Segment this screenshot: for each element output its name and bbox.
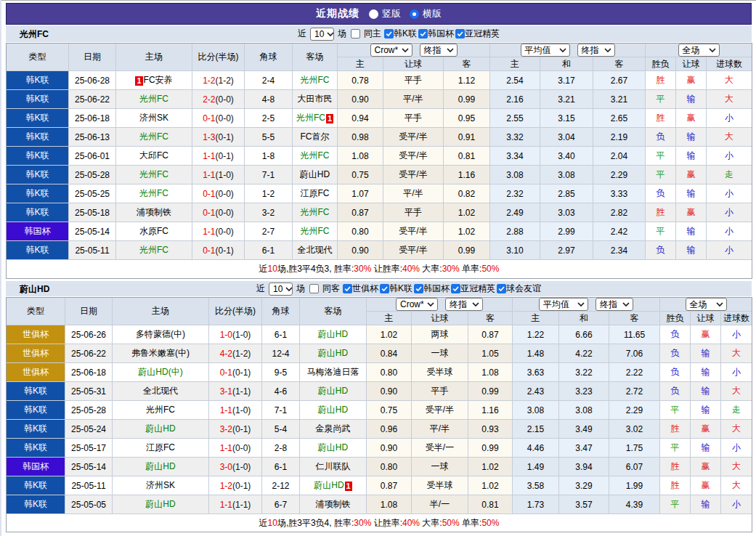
column-header-5: 客场 [293, 44, 338, 71]
odds-away-cell: 1.02 [468, 458, 513, 476]
radio-checked-icon[interactable] [410, 9, 419, 19]
goals-result-cell-value: 小 [732, 329, 741, 339]
average-away-cell: 2.04 [593, 147, 646, 166]
competition-type-cell: 韩K联 [7, 439, 65, 458]
corners-cell: 7-1 [245, 166, 293, 184]
outcome-cell-value: 胜 [671, 461, 680, 471]
competition-checkbox-2[interactable] [414, 284, 423, 293]
recent-label: 近 [256, 283, 265, 295]
games-count-select[interactable]: 10 [269, 283, 293, 296]
average-home-cell: 2.88 [490, 222, 540, 241]
outcome-cell-value: 胜 [671, 480, 680, 490]
score-cell: 1-1(1-1) [209, 495, 262, 514]
view-mode-vertical[interactable]: 竖版 [369, 7, 401, 20]
same-venue-label: 同主 [364, 28, 381, 40]
half-time-score: (1-1) [232, 500, 251, 510]
outcome-cell-value: 负 [671, 367, 680, 377]
competition-label-3[interactable]: 亚冠精英 [460, 283, 495, 295]
competition-type-cell: 世俱杯 [7, 344, 65, 363]
odds-home-cell: 0.98 [338, 128, 383, 147]
full-time-score: 1-1 [220, 405, 232, 415]
average-select-value: 平均值 [543, 299, 569, 310]
subcolumn-header-8: 进球数 [707, 57, 752, 71]
average-stage-select[interactable]: 终指 [577, 44, 615, 57]
score-cell: 1-1(1-0) [209, 401, 262, 420]
home-team-cell-name: 蔚山HD [145, 499, 175, 509]
competition-label-4[interactable]: 球会友谊 [506, 283, 541, 295]
home-team-cell-name: 弗鲁米嫩塞(中) [131, 348, 190, 358]
score-cell: 3-2(0-1) [209, 420, 262, 439]
result-scope-select[interactable]: 全场 [678, 44, 720, 57]
away-team-cell: 金泉尚武 [300, 420, 367, 439]
competition-checkbox-3[interactable] [451, 284, 460, 293]
odds-away-cell: 1.02 [444, 203, 490, 222]
column-header-3: 比分(半场) [192, 44, 245, 71]
competition-checkbox-0[interactable] [343, 284, 352, 293]
average-select[interactable]: 平均值 [539, 298, 588, 311]
chevron-down-icon [604, 48, 611, 52]
column-header-0: 类型 [7, 44, 69, 71]
same-venue-checkbox[interactable] [309, 284, 319, 293]
games-count-select[interactable]: 10 [310, 28, 334, 41]
home-team-cell-name: 光州FC [139, 188, 168, 198]
competition-checkbox-0[interactable] [384, 29, 394, 38]
result-scope-select[interactable]: 全场 [686, 298, 727, 311]
competition-checkbox-2[interactable] [455, 29, 465, 38]
summary-row: 近10场,胜3平4负3, 胜率:30% 让胜率:40% 大率:30% 单率:50… [7, 260, 752, 278]
handicap-result-cell: 输 [676, 222, 707, 241]
handicap-result-cell: 输 [691, 495, 721, 514]
bookmaker-select[interactable]: Crow* [370, 44, 412, 57]
handicap-result-cell: 输 [676, 128, 707, 147]
competition-label-1[interactable]: 韩国杯 [428, 28, 454, 40]
average-home-cell: 3.08 [490, 166, 540, 184]
same-venue-checkbox[interactable] [351, 29, 360, 38]
away-team-cell-name: 光州FC [296, 113, 325, 123]
odds-away-cell: 0.87 [468, 325, 513, 344]
competition-label-1[interactable]: 韩K联 [389, 283, 412, 295]
match-row: 世俱杯25-06-26多特蒙德(中)1-0(1-0)6-1蔚山HD1.02两球0… [7, 325, 752, 344]
competition-label-2[interactable]: 韩国杯 [423, 283, 450, 295]
average-selects: 平均值终指 [513, 298, 659, 311]
check-icon [344, 285, 351, 293]
outcome-cell: 胜 [660, 476, 691, 495]
radio-unchecked-icon[interactable] [369, 9, 378, 19]
odds-stage-select[interactable]: 终指 [420, 44, 458, 57]
competition-checkbox-1[interactable] [380, 284, 389, 293]
view-mode-horizontal[interactable]: 横版 [410, 7, 442, 20]
odds-away-cell: 0.91 [444, 128, 490, 147]
average-away-cell: 3.02 [609, 420, 660, 439]
odds-handicap-cell: 受半球 [412, 476, 468, 495]
average-home-cell: 2.16 [490, 90, 540, 109]
recent-results-panel: 近期战绩 竖版 横版 光州FC近10场同主韩K联韩国杯亚冠精英 类型日期主场比分… [0, 0, 756, 536]
competition-type-cell: 韩国杯 [7, 222, 69, 241]
odds-away-cell: 1.12 [444, 71, 490, 90]
summary-stat-value: 30% [354, 518, 371, 528]
handicap-result-cell: 输 [691, 344, 721, 363]
away-team-cell-name: 全北现代 [298, 245, 333, 255]
full-time-score: 1-1 [203, 227, 215, 237]
bookmaker-select[interactable]: Crow* [396, 298, 438, 311]
odds-stage-select[interactable]: 终指 [445, 298, 483, 311]
odds-handicap-cell: 两球 [412, 325, 468, 344]
odds-home-cell: 0.78 [338, 71, 383, 90]
average-select[interactable]: 平均值 [521, 44, 570, 57]
summary-stat-label: 大率: [420, 518, 442, 528]
competition-checkbox-1[interactable] [418, 29, 428, 38]
competition-checkbox-4[interactable] [497, 284, 506, 293]
competition-label-2[interactable]: 亚冠精英 [465, 28, 500, 40]
rank-badge: 1 [345, 482, 352, 491]
competition-label-0[interactable]: 世俱杯 [352, 283, 378, 295]
odds-home-cell: 1.08 [367, 495, 412, 514]
away-team-cell-name: 浦项制铁 [316, 499, 351, 509]
average-draw-cell: 3.22 [559, 363, 609, 382]
handicap-result-cell-value: 输 [702, 499, 710, 509]
half-time-score: (0-1) [232, 368, 251, 378]
score-cell: 1-0(1-0) [209, 325, 262, 344]
competition-label-0[interactable]: 韩K联 [394, 28, 417, 40]
date-cell: 25-05-31 [65, 382, 113, 401]
odds-source-group-header: Crow*终指 [367, 298, 513, 312]
score-cell: 0-1(0-0) [192, 203, 245, 222]
average-stage-select[interactable]: 终指 [596, 298, 633, 311]
summary-stat-label: 单率: [460, 518, 482, 528]
average-draw-cell: 2.99 [540, 222, 593, 241]
